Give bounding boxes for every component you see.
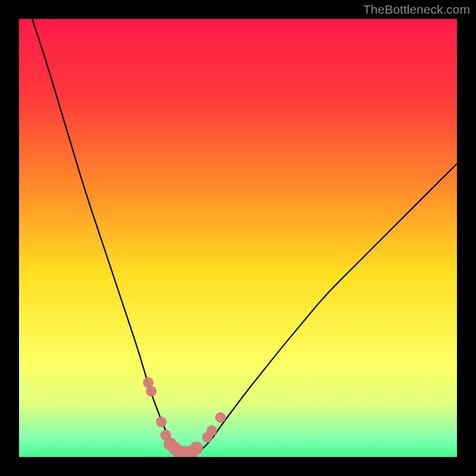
marker-point: [156, 416, 167, 427]
gradient-background: [19, 19, 457, 457]
chart-svg: [19, 19, 457, 457]
watermark-text: TheBottleneck.com: [363, 2, 470, 17]
marker-point: [215, 412, 226, 423]
marker-point: [190, 441, 203, 455]
marker-point: [206, 425, 217, 436]
plot-area: [19, 19, 457, 457]
marker-point: [146, 386, 156, 397]
chart-container: TheBottleneck.com: [0, 0, 476, 476]
